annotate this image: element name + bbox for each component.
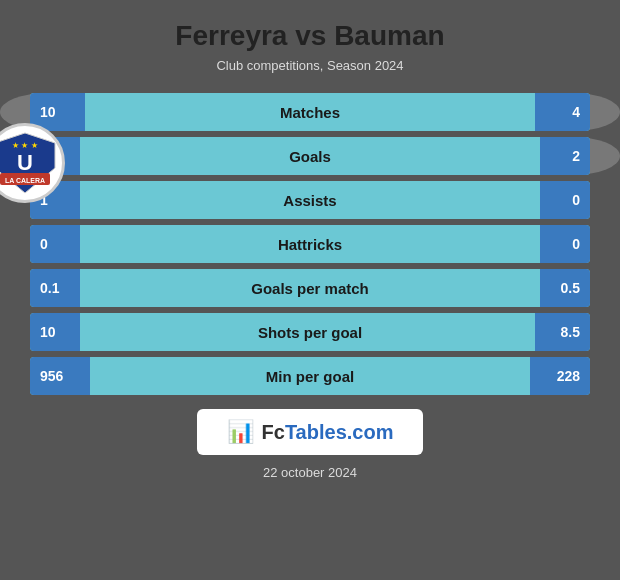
stat-row-min-per-goal: 956 Min per goal 228 [30,357,590,395]
brand-name: FcTables.com [262,421,394,444]
stats-section: ★ ★ ★ U LA CALERA 10 Matches [30,93,590,395]
spg-right-value: 8.5 [535,313,590,351]
page-subtitle: Club competitions, Season 2024 [216,58,403,73]
club-logo-svg: ★ ★ ★ U LA CALERA [0,128,60,198]
row-wrapper-assists: 1 Assists 0 [30,181,590,219]
row-wrapper-shots-per-goal: 10 Shots per goal 8.5 [30,313,590,351]
spg-left-value: 10 [30,313,80,351]
logo-circle: ★ ★ ★ U LA CALERA [0,123,65,203]
hattricks-label: Hattricks [278,236,342,253]
left-team-logo: ★ ★ ★ U LA CALERA [0,123,65,203]
matches-right-value: 4 [535,93,590,131]
gpm-right-value: 0.5 [540,269,590,307]
gpm-label: Goals per match [251,280,369,297]
mpg-left-value: 956 [30,357,90,395]
hattricks-left-value: 0 [30,225,80,263]
stats-container: 10 Matches 4 1 Goals 2 [30,93,590,395]
stat-row-shots-per-goal: 10 Shots per goal 8.5 [30,313,590,351]
stat-row-hattricks: 0 Hattricks 0 [30,225,590,263]
assists-right-value: 0 [540,181,590,219]
goals-label: Goals [289,148,331,165]
brand-icon: 📊 [227,419,254,445]
svg-text:LA CALERA: LA CALERA [5,177,45,184]
stat-row-matches: 10 Matches 4 [30,93,590,131]
spg-label: Shots per goal [258,324,362,341]
assists-label: Assists [283,192,336,209]
row-wrapper-goals: 1 Goals 2 [30,137,590,175]
row-wrapper-hattricks: 0 Hattricks 0 [30,225,590,263]
hattricks-right-value: 0 [540,225,590,263]
gpm-left-value: 0.1 [30,269,80,307]
mpg-label: Min per goal [266,368,354,385]
mpg-right-value: 228 [530,357,590,395]
stat-row-assists: 1 Assists 0 [30,181,590,219]
row-wrapper-goals-per-match: 0.1 Goals per match 0.5 [30,269,590,307]
stat-row-goals-per-match: 0.1 Goals per match 0.5 [30,269,590,307]
matches-label: Matches [280,104,340,121]
goals-right-value: 2 [540,137,590,175]
row-wrapper-min-per-goal: 956 Min per goal 228 [30,357,590,395]
page-wrapper: Ferreyra vs Bauman Club competitions, Se… [0,0,620,580]
stat-row-goals: 1 Goals 2 [30,137,590,175]
footer-date: 22 october 2024 [263,465,357,480]
brand-box: 📊 FcTables.com [197,409,424,455]
svg-text:★ ★ ★: ★ ★ ★ [12,141,37,150]
page-title: Ferreyra vs Bauman [175,20,444,52]
row-wrapper-matches: 10 Matches 4 [30,93,590,131]
svg-text:U: U [17,150,33,175]
